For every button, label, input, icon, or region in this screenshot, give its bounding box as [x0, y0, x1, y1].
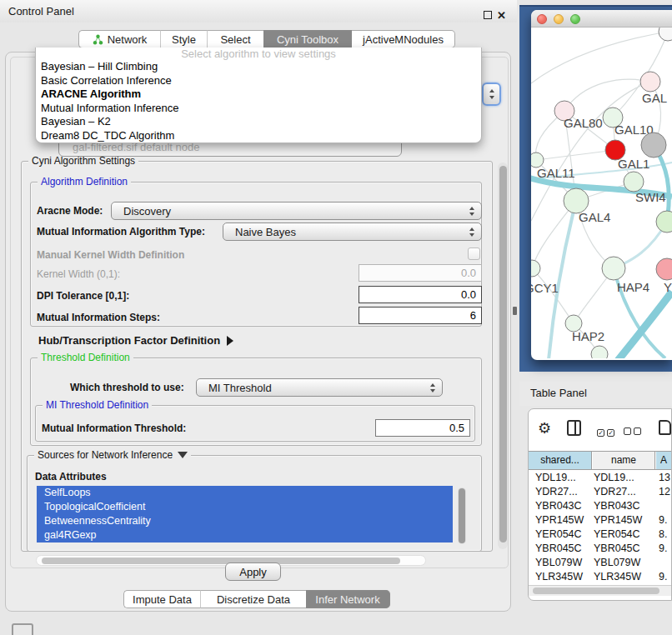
attributes-vertical-scrollbar[interactable]	[458, 488, 466, 544]
manual-kernel-width-label: Manual Kernel Width Definition	[37, 249, 184, 261]
network-node[interactable]	[656, 211, 672, 232]
tab-jactivemnodules-label: jActiveMNodules	[363, 33, 444, 46]
scrollbar-thumb[interactable]	[533, 588, 659, 594]
focused-combo-stepper[interactable]	[482, 82, 501, 106]
table-cell: YBR043C	[594, 499, 655, 513]
scrollbar-thumb[interactable]	[459, 488, 465, 543]
mi-algorithm-type-combo[interactable]: Naive Bayes	[223, 222, 482, 241]
table-cell: 9.	[659, 513, 672, 528]
network-node-gcy1[interactable]	[531, 260, 540, 277]
table-horizontal-scrollbar[interactable]	[529, 585, 672, 596]
network-node[interactable]	[641, 132, 666, 158]
table-row[interactable]: YPR145WYPR145W9.	[529, 513, 672, 528]
data-attribute-item[interactable]: gal4RGexp	[37, 528, 453, 542]
network-node[interactable]	[659, 28, 672, 41]
tab-select[interactable]: Select	[207, 30, 263, 48]
combo-up-icon	[469, 228, 474, 231]
network-window-titlebar[interactable]	[531, 10, 672, 28]
unchecked-box-icon	[624, 428, 631, 435]
mi-threshold-field[interactable]	[375, 419, 470, 437]
tab-cyni-toolbox[interactable]: Cyni Toolbox	[263, 30, 352, 48]
network-node-gal[interactable]	[640, 72, 660, 92]
table-cell: 8.	[659, 528, 672, 542]
tab-network[interactable]: Network	[78, 30, 160, 48]
data-attribute-item[interactable]: TopologicalCoefficient	[37, 500, 453, 514]
combo-down-icon	[430, 389, 435, 392]
algorithm-option[interactable]: Dream8 DC_TDC Algorithm	[36, 129, 481, 143]
close-traffic-light-icon[interactable]	[537, 14, 547, 24]
network-node-swi4[interactable]	[624, 172, 644, 192]
tab-infer-network[interactable]: Infer Network	[306, 590, 390, 608]
scrollbar-thumb[interactable]	[499, 166, 507, 542]
select-all-columns-icon[interactable]: ✓✓	[597, 423, 617, 438]
data-attribute-item[interactable]: SelfLoops	[37, 486, 453, 500]
network-node-y[interactable]	[656, 258, 672, 280]
dpi-tolerance-field[interactable]	[359, 286, 482, 303]
node-label: GAL80	[564, 116, 603, 130]
hub-section-toggle[interactable]: Hub/Transcription Factor Definition	[38, 334, 233, 347]
tab-jactivemnodules[interactable]: jActiveMNodules	[352, 30, 455, 48]
network-nodes[interactable]: GALGAL80GAL10GAL1GAL11SWI4GAL4GCY1HAP4YH…	[531, 28, 672, 358]
table-cell: YBL079W	[594, 556, 655, 570]
float-window-icon[interactable]	[484, 11, 492, 19]
stepper-down-icon	[489, 96, 494, 99]
algorithm-option[interactable]: Bayesian – K2	[36, 115, 481, 129]
table-row[interactable]: YBR043CYBR043C	[529, 499, 672, 513]
checked-box-icon: ✓	[597, 429, 604, 437]
tab-discretize-data[interactable]: Discretize Data	[200, 590, 306, 608]
column-header-shared-name[interactable]: shared...	[529, 452, 592, 469]
tab-select-label: Select	[220, 33, 250, 46]
deselect-all-columns-icon[interactable]	[624, 423, 644, 438]
data-attributes-label: Data Attributes	[35, 471, 107, 482]
table-panel-title: Table Panel	[530, 387, 587, 399]
network-canvas[interactable]: GALGAL80GAL10GAL1GAL11SWI4GAL4GCY1HAP4YH…	[531, 28, 672, 358]
combo-up-icon	[469, 207, 474, 210]
stepper-up-icon	[489, 89, 494, 92]
column-header-name[interactable]: name	[593, 452, 655, 469]
kernel-width-label: Kernel Width (0,1):	[37, 268, 120, 280]
network-node-hap4[interactable]	[602, 257, 625, 280]
sources-title: Sources for Network Inference	[38, 449, 173, 461]
algorithm-option[interactable]: Mutual Information Inference	[36, 102, 481, 116]
expand-down-icon	[178, 452, 188, 458]
table-row[interactable]: YLR345WYLR345W9.	[529, 570, 672, 584]
table-settings-gear-icon[interactable]: ⚙	[538, 419, 551, 438]
column-layout-icon[interactable]	[567, 420, 581, 436]
aracne-mode-combo[interactable]: Discovery	[111, 202, 482, 220]
which-threshold-combo[interactable]: MI Threshold	[196, 378, 443, 397]
settings-vertical-scrollbar[interactable]	[498, 162, 508, 549]
close-panel-icon[interactable]: ✕	[497, 9, 506, 22]
table-row[interactable]: YDL19...YDL19...13	[529, 471, 672, 485]
table-panel-window: ⚙ ✓✓ shared... name A YDL19...YDL19...13…	[528, 408, 672, 601]
manual-kernel-width-checkbox[interactable]	[468, 248, 480, 260]
kernel-width-field[interactable]	[359, 264, 482, 282]
minimized-panel-icon[interactable]	[12, 623, 33, 635]
tab-impute-data[interactable]: Impute Data	[123, 590, 200, 608]
minimize-traffic-light-icon[interactable]	[554, 14, 564, 24]
node-label: GAL4	[579, 210, 610, 224]
algorithm-option[interactable]: Bayesian – Hill Climbing	[36, 60, 481, 74]
node-label: HAP2	[572, 329, 604, 343]
table-row[interactable]: YDR27...YDR27...12	[529, 485, 672, 499]
which-threshold-label: Which threshold to use:	[70, 382, 184, 393]
sources-group-header[interactable]: Sources for Network Inference	[34, 449, 191, 461]
mi-steps-field[interactable]	[359, 307, 482, 324]
control-panel-titlebar: Control Panel ✕	[0, 0, 517, 22]
tab-style[interactable]: Style	[160, 30, 207, 48]
column-header-partial[interactable]: A	[656, 452, 672, 469]
collapse-right-icon	[227, 336, 233, 346]
combo-up-icon	[430, 383, 435, 387]
table-row[interactable]: YBL079WYBL079W	[529, 556, 672, 570]
algorithm-option[interactable]: ARACNE Algorithm	[36, 88, 481, 102]
table-row[interactable]: YER054CYER054C8.	[529, 528, 672, 542]
table-cell: YER054C	[594, 528, 655, 542]
new-table-icon[interactable]	[659, 420, 671, 435]
algorithm-option[interactable]: Basic Correlation Inference	[36, 74, 481, 88]
table-row[interactable]: YBR045CYBR045C9.	[529, 542, 672, 556]
panel-splitter-handle[interactable]	[513, 307, 517, 315]
scrollbar-thumb[interactable]	[42, 558, 400, 564]
apply-button[interactable]: Apply	[225, 562, 281, 581]
data-attribute-item[interactable]: BetweennessCentrality	[37, 514, 453, 528]
zoom-traffic-light-icon[interactable]	[570, 14, 580, 24]
network-node[interactable]	[591, 346, 608, 358]
